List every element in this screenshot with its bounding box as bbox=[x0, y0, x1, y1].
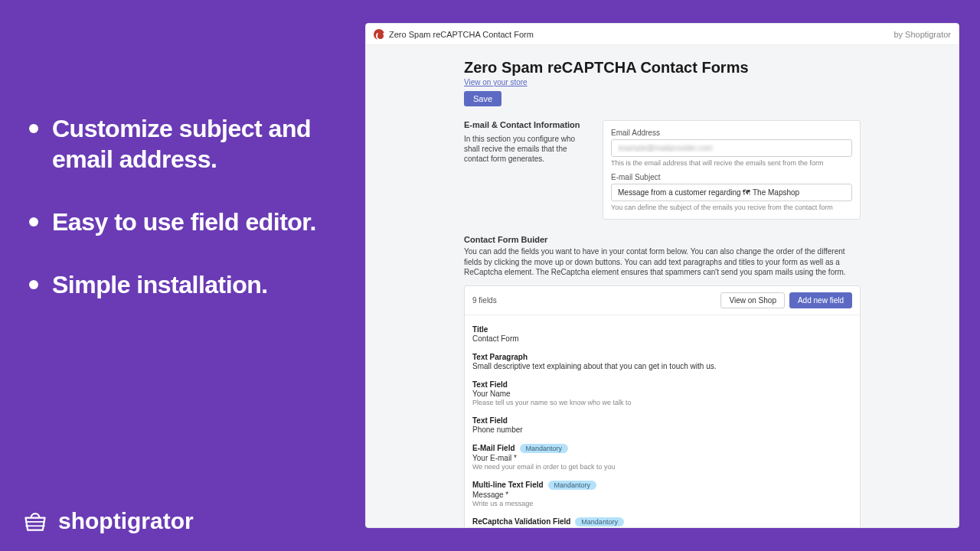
field-label: Your E-mail * bbox=[472, 454, 852, 462]
field-type: Text Field bbox=[472, 416, 508, 425]
field-help: Please tell us your name so we know who … bbox=[472, 399, 852, 406]
by-line: by Shoptigrator bbox=[893, 30, 951, 39]
app-screenshot: Zero Spam reCAPTCHA Contact Form by Shop… bbox=[365, 23, 959, 528]
marketing-slide: Customize subject and email address.Easy… bbox=[0, 0, 980, 551]
bullet-item: Customize subject and email address. bbox=[29, 113, 343, 174]
field-type: ReCaptcha Validation Field bbox=[472, 517, 570, 526]
field-label: Your Name bbox=[472, 390, 852, 398]
field-type: E-Mail Field bbox=[472, 444, 515, 452]
mandatory-badge: Mandantory bbox=[575, 517, 624, 527]
mandatory-badge: Mandantory bbox=[548, 481, 597, 490]
field-type: Title bbox=[472, 325, 488, 334]
email-address-input[interactable] bbox=[611, 139, 852, 157]
field-type: Text Paragraph bbox=[472, 353, 528, 361]
brand-name: shoptigrator bbox=[58, 508, 194, 534]
email-contact-section: E-mail & Contact Information In this sec… bbox=[464, 120, 861, 220]
page-title: Zero Spam reCAPTCHA Contact Forms bbox=[464, 59, 861, 77]
view-on-shop-button[interactable]: View on Shop bbox=[720, 292, 785, 308]
view-on-store-link[interactable]: View on your store bbox=[464, 78, 528, 86]
mandatory-badge: Mandantory bbox=[520, 444, 569, 453]
email-subject-input[interactable] bbox=[611, 184, 852, 201]
field-label: Small descriptive text explaining about … bbox=[472, 362, 852, 370]
app-header: Zero Spam reCAPTCHA Contact Form by Shop… bbox=[366, 24, 959, 45]
form-builder-section: Contact Form Buider You can add the fiel… bbox=[464, 235, 861, 528]
section-heading: E-mail & Contact Information bbox=[464, 120, 590, 129]
field-row[interactable]: Text FieldYour NamePlease tell us your n… bbox=[472, 375, 852, 411]
field-count: 9 fields bbox=[472, 296, 497, 305]
field-label: Contact Form bbox=[472, 334, 852, 343]
app-body: Zero Spam reCAPTCHA Contact Forms View o… bbox=[366, 45, 959, 528]
app-title: Zero Spam reCAPTCHA Contact Form bbox=[389, 30, 534, 39]
bullet-list: Customize subject and email address.Easy… bbox=[29, 113, 343, 332]
email-subject-help: You can define the subject of the emails… bbox=[611, 204, 852, 211]
field-type: Multi-line Text Field bbox=[472, 481, 544, 489]
email-subject-label: E-mail Subject bbox=[611, 173, 852, 181]
field-row[interactable]: Text ParagraphSmall descriptive text exp… bbox=[472, 347, 852, 375]
field-row[interactable]: Text FieldPhone number bbox=[472, 411, 852, 439]
builder-description: You can add the fields you want to have … bbox=[464, 246, 861, 278]
field-help: We need your email in order to get back … bbox=[472, 463, 852, 471]
field-list: TitleContact FormText ParagraphSmall des… bbox=[465, 315, 860, 529]
field-label: Message * bbox=[472, 491, 852, 499]
bullet-item: Easy to use field editor. bbox=[29, 207, 343, 237]
field-row[interactable]: TitleContact Form bbox=[472, 320, 852, 347]
builder-heading: Contact Form Buider bbox=[464, 235, 861, 244]
app-logo-icon bbox=[374, 29, 384, 40]
brand-logo: shoptigrator bbox=[21, 508, 194, 534]
save-button[interactable]: Save bbox=[464, 91, 501, 106]
field-row[interactable]: Multi-line Text FieldMandantoryMessage *… bbox=[472, 475, 852, 512]
field-row[interactable]: E-Mail FieldMandantoryYour E-mail *We ne… bbox=[472, 439, 852, 475]
builder-card: 9 fields View on Shop Add new field Titl… bbox=[464, 285, 861, 529]
basket-icon bbox=[21, 508, 49, 534]
add-new-field-button[interactable]: Add new field bbox=[789, 292, 852, 308]
field-label: Phone number bbox=[472, 425, 852, 434]
email-address-help: This is the email address that will reci… bbox=[611, 159, 852, 167]
field-type: Text Field bbox=[472, 380, 508, 389]
field-row[interactable]: ReCaptcha Validation FieldMandantory bbox=[472, 512, 852, 528]
email-address-label: Email Address bbox=[611, 129, 852, 137]
field-help: Write us a message bbox=[472, 500, 852, 507]
section-description: In this section you configure who shall … bbox=[464, 134, 590, 164]
bullet-item: Simple installation. bbox=[29, 269, 343, 300]
